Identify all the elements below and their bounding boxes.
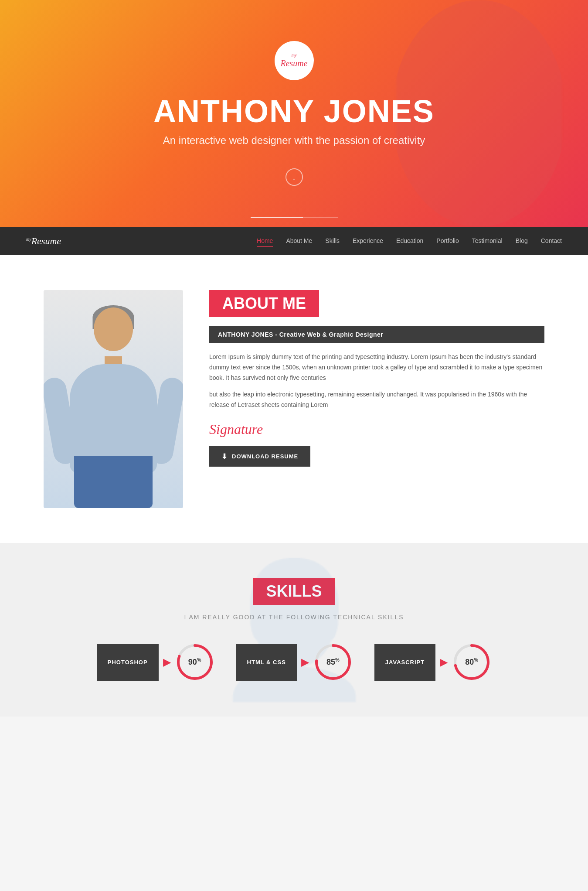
skills-subtitle: I AM REALLY GOOD AT THE FOLLOWING TECHNI… bbox=[44, 614, 544, 621]
about-text-1: Lorem Ipsum is simply dummy text of the … bbox=[209, 352, 544, 383]
skill-label-html: HTML & CSS bbox=[236, 644, 297, 681]
hero-logo-text: my Resume bbox=[280, 53, 307, 68]
about-title: ABOUT ME bbox=[209, 290, 319, 317]
skills-bg-decoration: 👤 bbox=[0, 543, 588, 717]
person-illustration bbox=[44, 290, 183, 508]
hero-progress-bar bbox=[251, 217, 338, 218]
skill-circle-html: 85% bbox=[313, 642, 353, 682]
nav-item-about[interactable]: About Me bbox=[286, 235, 312, 247]
nav-item-blog[interactable]: Blog bbox=[516, 235, 528, 247]
navbar: myResume Home About Me Skills Experience… bbox=[0, 227, 588, 255]
navbar-brand: myResume bbox=[26, 236, 61, 247]
download-resume-button[interactable]: ⬇ DOWNLOAD RESUME bbox=[209, 446, 310, 467]
skill-pct-js: 80% bbox=[465, 657, 478, 667]
nav-item-experience[interactable]: Experience bbox=[353, 235, 383, 247]
person-head bbox=[94, 307, 133, 351]
about-text-2: but also the leap into electronic typese… bbox=[209, 389, 544, 410]
skill-pct-html: 85% bbox=[326, 657, 340, 667]
skill-item-js: JAVASCRIPT ▶ 80% bbox=[374, 642, 491, 682]
skill-arrow-2: ▶ bbox=[301, 656, 309, 668]
skills-section: 👤 SKILLS I AM REALLY GOOD AT THE FOLLOWI… bbox=[0, 543, 588, 717]
hero-name: ANTHONY JONES bbox=[153, 93, 435, 129]
about-signature: Signature bbox=[209, 421, 544, 437]
nav-item-portfolio[interactable]: Portfolio bbox=[436, 235, 459, 247]
skill-item-html: HTML & CSS ▶ 85% bbox=[236, 642, 353, 682]
hero-subtitle: An interactive web designer with the pas… bbox=[163, 134, 425, 147]
about-section: ABOUT ME ANTHONY JONES - Creative Web & … bbox=[0, 255, 588, 543]
hero-logo: my Resume bbox=[275, 41, 314, 80]
skill-item-photoshop: PHOTOSHOP ▶ 90% bbox=[97, 642, 214, 682]
skill-label-photoshop: PHOTOSHOP bbox=[97, 644, 159, 681]
download-icon: ⬇ bbox=[221, 452, 228, 461]
about-person-image bbox=[44, 290, 183, 508]
skill-circle-photoshop: 90% bbox=[175, 642, 214, 682]
nav-item-education[interactable]: Education bbox=[396, 235, 423, 247]
navbar-logo-text: Resume bbox=[31, 236, 61, 246]
hero-progress-fill bbox=[251, 217, 303, 218]
hero-section: my Resume ANTHONY JONES An interactive w… bbox=[0, 0, 588, 227]
skill-pct-photoshop: 90% bbox=[188, 657, 201, 667]
navbar-menu: Home About Me Skills Experience Educatio… bbox=[257, 235, 562, 247]
nav-item-testimonial[interactable]: Testimonial bbox=[472, 235, 503, 247]
nav-item-home[interactable]: Home bbox=[257, 235, 273, 247]
skill-circle-js: 80% bbox=[452, 642, 491, 682]
about-content: ABOUT ME ANTHONY JONES - Creative Web & … bbox=[209, 290, 544, 467]
skill-label-js: JAVASCRIPT bbox=[374, 644, 435, 681]
about-name-bar: ANTHONY JONES - Creative Web & Graphic D… bbox=[209, 326, 544, 343]
chevron-down-icon: ↓ bbox=[292, 173, 296, 182]
skills-grid: PHOTOSHOP ▶ 90% HTML & CSS ▶ 85% bbox=[44, 642, 544, 682]
skill-arrow-3: ▶ bbox=[440, 656, 448, 668]
nav-item-contact[interactable]: Contact bbox=[541, 235, 562, 247]
skills-title: SKILLS bbox=[253, 578, 335, 605]
download-label: DOWNLOAD RESUME bbox=[232, 453, 298, 460]
hero-scroll-button[interactable]: ↓ bbox=[286, 168, 303, 186]
person-pants bbox=[74, 456, 153, 508]
skill-arrow-1: ▶ bbox=[163, 656, 171, 668]
nav-item-skills[interactable]: Skills bbox=[325, 235, 340, 247]
